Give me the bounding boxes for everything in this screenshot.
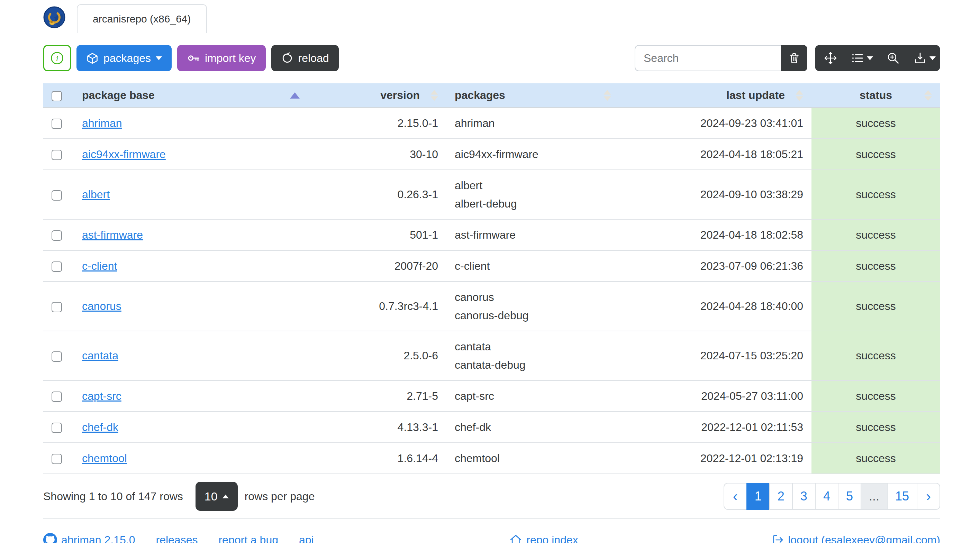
status-cell: success [811,281,940,331]
tab-label: arcanisrepo (x86_64) [93,13,191,25]
column-header-packages[interactable]: packages [446,83,619,108]
info-button[interactable]: i [43,45,71,71]
pagination-page-15[interactable]: 15 [887,483,917,510]
last-update-cell: 2023-07-09 06:21:36 [619,251,811,281]
pagination-summary: Showing 1 to 10 of 147 rows [43,490,183,503]
row-checkbox[interactable] [52,262,62,272]
package-base-link[interactable]: chef-dk [82,421,118,433]
row-checkbox[interactable] [52,190,62,201]
row-checkbox[interactable] [52,392,62,402]
zoom-button[interactable] [878,45,909,71]
last-update-cell: 2022-12-01 02:11:53 [619,411,811,443]
trash-icon [788,52,800,64]
row-checkbox[interactable] [52,422,62,433]
column-header-last-update[interactable]: last update [619,83,811,108]
status-cell: success [811,108,940,139]
pagination-page-4[interactable]: 4 [815,483,838,510]
sort-ascending-icon [290,92,300,98]
pagination-page-2[interactable]: 2 [769,483,793,510]
package-name: albert-debug [455,195,611,212]
table-row: chemtool1.6.14-4chemtool2022-12-01 02:13… [43,443,940,474]
pagination-next[interactable]: › [917,483,940,510]
column-header-package-base[interactable]: package base [74,83,308,108]
box-icon [86,52,99,64]
row-checkbox[interactable] [52,119,62,129]
download-icon [913,52,927,65]
package-base-link[interactable]: ast-firmware [82,229,143,241]
ahriman-logo-icon [43,6,65,29]
package-base-link[interactable]: capt-src [82,390,121,402]
select-all-checkbox[interactable] [52,91,62,101]
reload-button[interactable]: reload [271,45,339,71]
repository-tabs: arcanisrepo (x86_64) [43,4,940,33]
package-base-link[interactable]: canorus [82,300,121,312]
package-base-link[interactable]: cantata [82,349,118,362]
import-key-button-label: import key [205,52,256,65]
package-name: cantata-debug [455,357,611,373]
pagination-prev[interactable]: ‹ [724,483,747,510]
caret-down-icon [156,56,162,60]
row-checkbox[interactable] [52,230,62,241]
packages-cell: c-client [446,251,619,281]
pagination-ellipsis: ... [861,483,888,510]
row-checkbox[interactable] [52,150,62,160]
version-cell: 4.13.3-1 [308,411,446,443]
last-update-cell: 2024-04-18 18:02:58 [619,219,811,251]
package-base-link[interactable]: ahriman [82,117,122,129]
last-update-cell: 2024-09-23 03:41:01 [619,108,811,139]
packages-cell: cantatacantata-debug [446,331,619,381]
logout-link[interactable]: logout (esalexeev@gmail.com) [772,533,940,543]
version-cell: 2.71-5 [308,381,446,411]
repo-index-link[interactable]: repo index [509,533,578,543]
package-name: c-client [455,258,611,274]
caret-up-icon [223,495,229,499]
version-cell: 2007f-20 [308,251,446,281]
packages-dropdown-button[interactable]: packages [76,45,172,71]
row-checkbox[interactable] [52,302,62,312]
column-header-version[interactable]: version [308,83,446,108]
sort-icon [795,90,803,101]
row-checkbox[interactable] [52,454,62,464]
import-key-button[interactable]: import key [177,45,266,71]
package-name: chef-dk [455,419,611,435]
version-link[interactable]: ahriman 2.15.0 [43,533,135,543]
status-cell: success [811,219,940,251]
caret-down-icon [929,56,936,60]
toolbar-right-group [635,45,940,71]
version-cell: 1.6.14-4 [308,443,446,474]
package-base-link[interactable]: albert [82,188,110,201]
package-base-link[interactable]: aic94xx-firmware [82,148,166,160]
column-header-status[interactable]: status [811,83,940,108]
status-cell: success [811,411,940,443]
tab-repository[interactable]: arcanisrepo (x86_64) [77,4,207,33]
page-size-dropdown[interactable]: 10 [196,482,238,511]
pagination-page-3[interactable]: 3 [792,483,816,510]
pagination: ‹12345...15› [724,483,940,510]
info-circle-icon: i [50,51,64,65]
clear-search-button[interactable] [781,45,807,71]
releases-link[interactable]: releases [156,533,197,543]
api-link[interactable]: api [299,533,314,543]
packages-button-label: packages [103,52,151,65]
packages-cell: aic94xx-firmware [446,139,619,170]
columns-dropdown-button[interactable] [846,45,878,71]
fullscreen-button[interactable] [815,45,846,71]
toolbar: i packages imp [43,45,940,71]
status-cell: success [811,139,940,170]
key-icon [187,52,200,65]
report-a-bug-link[interactable]: report a bug [218,533,278,543]
table-header-row: package base version packages last updat… [43,83,940,108]
select-all-header [43,83,74,108]
pagination-page-5[interactable]: 5 [838,483,861,510]
export-dropdown-button[interactable] [909,45,940,71]
page-size-value: 10 [205,490,218,503]
search-input[interactable] [635,45,781,71]
row-checkbox[interactable] [52,351,62,362]
svg-text:i: i [56,54,59,63]
package-base-link[interactable]: c-client [82,260,117,272]
table-row: albert0.26.3-1albertalbert-debug2024-09-… [43,170,940,219]
list-ul-icon [851,52,864,65]
status-cell: success [811,331,940,381]
pagination-page-1[interactable]: 1 [746,483,770,510]
package-base-link[interactable]: chemtool [82,452,127,465]
